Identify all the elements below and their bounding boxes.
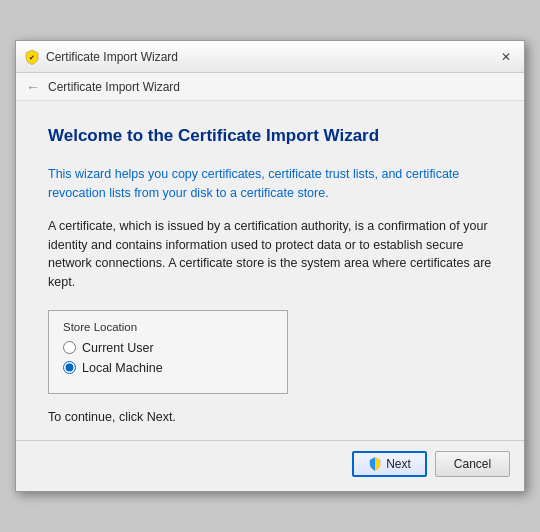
close-button[interactable]: ✕ (496, 47, 516, 67)
store-location-label: Store Location (63, 321, 273, 333)
intro-text: This wizard helps you copy certificates,… (48, 165, 492, 203)
svg-text:✔: ✔ (29, 54, 35, 61)
cancel-label: Cancel (454, 457, 491, 471)
footer: Next Cancel (16, 440, 524, 491)
next-label: Next (386, 457, 411, 471)
local-machine-radio-label[interactable]: Local Machine (63, 361, 273, 375)
wizard-icon: ✔ (24, 49, 40, 65)
local-machine-label: Local Machine (82, 361, 163, 375)
local-machine-radio[interactable] (63, 361, 76, 374)
title-bar-text: Certificate Import Wizard (46, 50, 496, 64)
title-bar: ✔ Certificate Import Wizard ✕ (16, 41, 524, 73)
wizard-heading: Welcome to the Certificate Import Wizard (48, 125, 492, 147)
wizard-content: Welcome to the Certificate Import Wizard… (16, 101, 524, 440)
shield-uac-icon (368, 457, 382, 471)
cancel-button[interactable]: Cancel (435, 451, 510, 477)
store-location-group: Store Location Current User Local Machin… (48, 310, 288, 394)
continue-text: To continue, click Next. (48, 410, 492, 424)
current-user-radio-label[interactable]: Current User (63, 341, 273, 355)
current-user-label: Current User (82, 341, 154, 355)
nav-title: Certificate Import Wizard (48, 80, 180, 94)
nav-bar: ← Certificate Import Wizard (16, 73, 524, 101)
description-text: A certificate, which is issued by a cert… (48, 217, 492, 292)
back-icon: ← (26, 79, 40, 95)
next-button[interactable]: Next (352, 451, 427, 477)
current-user-radio[interactable] (63, 341, 76, 354)
certificate-import-dialog: ✔ Certificate Import Wizard ✕ ← Certific… (15, 40, 525, 492)
